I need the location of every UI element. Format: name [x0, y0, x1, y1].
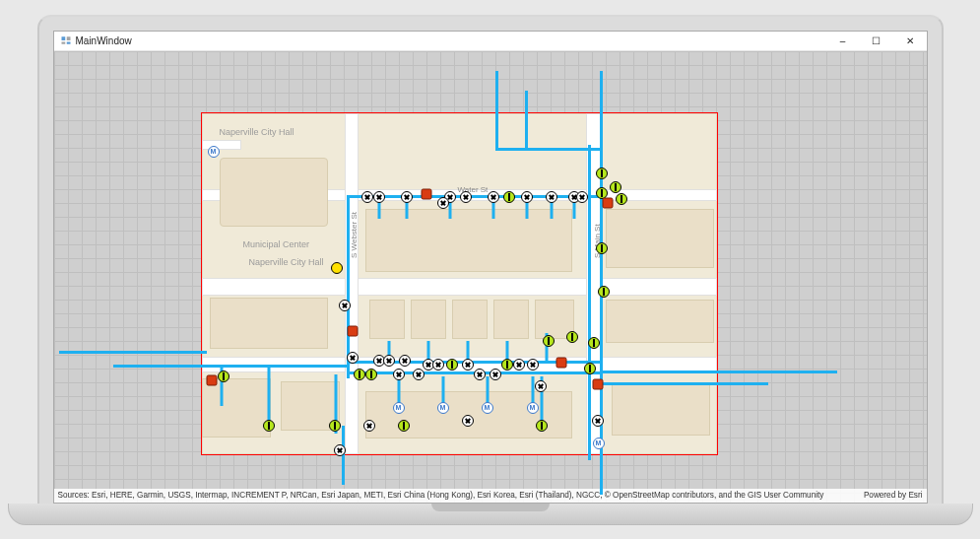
network-valve[interactable] [592, 415, 604, 427]
network-meter[interactable] [263, 420, 275, 432]
network-meter[interactable] [446, 359, 458, 371]
network-meter[interactable] [566, 331, 578, 343]
network-valve[interactable] [383, 355, 395, 367]
network-valve[interactable] [535, 380, 547, 392]
network-hydrant[interactable] [555, 357, 566, 368]
network-hydrant[interactable] [347, 325, 358, 336]
network-valve[interactable] [521, 191, 533, 203]
network-meter[interactable] [536, 420, 548, 432]
pipe [588, 145, 591, 460]
network-meter[interactable] [610, 181, 621, 193]
network-valve[interactable] [513, 359, 525, 371]
laptop-base [8, 504, 973, 525]
window: MainWindow – ☐ ✕ [53, 31, 928, 504]
pipe [601, 371, 837, 373]
network-valve[interactable] [373, 191, 385, 203]
network-meter[interactable] [218, 371, 229, 382]
network-valve[interactable] [401, 191, 413, 203]
app-icon [60, 34, 72, 46]
network-valve[interactable] [339, 300, 351, 311]
maximize-button[interactable]: ☐ [860, 32, 893, 50]
map-viewport[interactable]: Naperville City Hall Municipal Center Na… [54, 51, 927, 503]
network-m-icon[interactable]: M [527, 402, 539, 414]
laptop-frame: MainWindow – ☐ ✕ [37, 15, 944, 504]
window-title: MainWindow [76, 35, 132, 46]
network-valve[interactable] [347, 352, 359, 364]
network-station[interactable] [331, 262, 343, 274]
pipe [495, 71, 498, 150]
network-m-icon[interactable]: M [393, 402, 405, 414]
network-meter[interactable] [584, 363, 596, 374]
network-hydrant[interactable] [592, 378, 603, 389]
svg-rect-3 [66, 42, 70, 44]
network-meter[interactable] [354, 369, 365, 380]
network-meter[interactable] [588, 337, 600, 349]
extent-indicator [201, 112, 718, 455]
service-tap [267, 367, 270, 426]
network-m-icon[interactable]: M [482, 402, 493, 414]
network-valve[interactable] [474, 369, 486, 380]
pipe [600, 71, 603, 495]
network-hydrant[interactable] [206, 374, 217, 385]
network-meter[interactable] [503, 191, 515, 203]
network-meter[interactable] [543, 335, 555, 347]
network-valve[interactable] [527, 359, 539, 371]
pipe [495, 148, 602, 151]
pipe [525, 91, 528, 150]
network-valve[interactable] [413, 369, 425, 380]
pipe [59, 351, 207, 354]
network-hydrant[interactable] [421, 188, 431, 199]
titlebar: MainWindow – ☐ ✕ [54, 32, 927, 51]
network-meter[interactable] [596, 242, 608, 254]
attribution-sources: Sources: Esri, HERE, Garmin, USGS, Inter… [58, 491, 824, 500]
network-meter[interactable] [616, 193, 627, 205]
network-valve[interactable] [393, 369, 405, 380]
network-meter[interactable] [501, 359, 513, 371]
network-meter[interactable] [365, 369, 377, 380]
network-valve[interactable] [334, 444, 346, 456]
network-m-icon[interactable]: M [208, 146, 220, 158]
svg-rect-0 [61, 36, 65, 40]
close-button[interactable]: ✕ [893, 32, 927, 50]
network-meter[interactable] [596, 168, 608, 179]
network-m-icon[interactable]: M [437, 402, 449, 414]
minimize-button[interactable]: – [826, 32, 860, 50]
pipe [347, 195, 350, 378]
network-valve[interactable] [432, 359, 444, 371]
pipe [601, 382, 768, 385]
laptop-notch [431, 504, 550, 511]
network-valve[interactable] [490, 369, 501, 380]
network-valve[interactable] [361, 191, 373, 203]
pipe [350, 195, 606, 198]
network-valve[interactable] [363, 420, 375, 432]
network-valve[interactable] [399, 355, 411, 367]
pipe [113, 365, 350, 368]
network-valve[interactable] [488, 191, 499, 203]
network-valve[interactable] [546, 191, 557, 203]
attribution-bar: Sources: Esri, HERE, Garmin, USGS, Inter… [54, 489, 927, 503]
network-meter[interactable] [329, 420, 341, 432]
network-meter[interactable] [398, 420, 410, 432]
network-valve[interactable] [462, 415, 474, 427]
network-valve[interactable] [437, 197, 449, 209]
network-hydrant[interactable] [602, 197, 613, 208]
network-valve[interactable] [462, 359, 474, 371]
network-valve[interactable] [576, 191, 588, 203]
network-valve[interactable] [460, 191, 472, 203]
attribution-powered: Powered by Esri [864, 491, 923, 500]
network-meter[interactable] [598, 286, 610, 298]
svg-rect-2 [61, 42, 65, 44]
svg-rect-1 [66, 36, 70, 40]
network-m-icon[interactable]: M [593, 438, 605, 449]
